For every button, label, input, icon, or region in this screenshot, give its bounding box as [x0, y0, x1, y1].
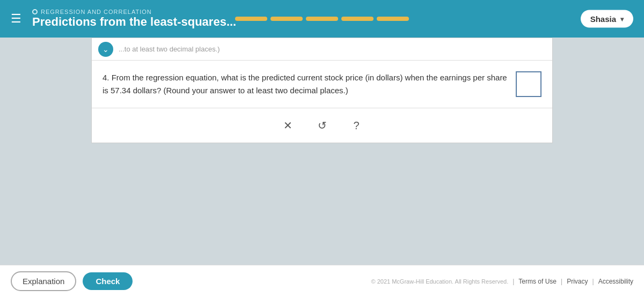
undo-icon: ↺	[318, 119, 327, 132]
collapse-button[interactable]: ⌄	[98, 42, 113, 57]
question-card: ⌄ ...to at least two decimal places.) 4.…	[91, 38, 553, 143]
question-area: 4. From the regression equation, what is…	[92, 61, 552, 108]
main-content: ⌄ ...to at least two decimal places.) 4.…	[0, 38, 644, 265]
progress-segment-4	[341, 17, 374, 21]
header: ☰ REGRESSION AND CORRELATION Predictions…	[0, 0, 644, 38]
progress-segment-1	[235, 17, 267, 21]
terms-link[interactable]: Terms of Use	[518, 278, 557, 285]
footer: © 2021 McGraw-Hill Education. All Rights…	[371, 278, 633, 285]
hamburger-icon[interactable]: ☰	[11, 12, 21, 26]
bottom-bar: Explanation Check © 2021 McGraw-Hill Edu…	[0, 265, 644, 297]
close-button[interactable]: ✕	[278, 116, 297, 135]
chevron-down-icon: ⌄	[103, 45, 109, 54]
user-name: Shasia	[590, 14, 616, 24]
subtitle-text: REGRESSION AND CORRELATION	[41, 9, 152, 15]
privacy-link[interactable]: Privacy	[567, 278, 588, 285]
help-icon: ?	[353, 120, 359, 132]
card-top-text: ...to at least two decimal places.)	[119, 45, 220, 53]
close-icon: ✕	[283, 119, 292, 132]
progress-segment-3	[306, 17, 338, 21]
copyright-text: © 2021 McGraw-Hill Education. All Rights…	[371, 278, 509, 285]
header-title-block: REGRESSION AND CORRELATION Predictions f…	[32, 9, 236, 29]
undo-button[interactable]: ↺	[312, 116, 332, 135]
progress-bar	[235, 17, 409, 21]
progress-segment-2	[270, 17, 303, 21]
controls-row: ✕ ↺ ?	[92, 108, 552, 143]
user-menu-button[interactable]: Shasia ▾	[581, 10, 633, 28]
check-button[interactable]: Check	[83, 272, 133, 290]
help-button[interactable]: ?	[347, 116, 366, 135]
card-top-bar: ⌄ ...to at least two decimal places.)	[92, 38, 552, 61]
chevron-down-icon: ▾	[620, 15, 624, 23]
page-title: Predictions from the least-squares...	[32, 15, 236, 29]
answer-input-box	[516, 71, 541, 97]
subtitle-circle-icon	[32, 9, 38, 14]
bottom-actions: Explanation Check	[11, 271, 133, 291]
explanation-button[interactable]: Explanation	[11, 271, 76, 291]
header-subtitle: REGRESSION AND CORRELATION	[32, 9, 236, 15]
question-text: 4. From the regression equation, what is…	[103, 71, 507, 97]
progress-segment-5	[377, 17, 409, 21]
accessibility-link[interactable]: Accessibility	[598, 278, 633, 285]
answer-input[interactable]	[517, 72, 540, 96]
